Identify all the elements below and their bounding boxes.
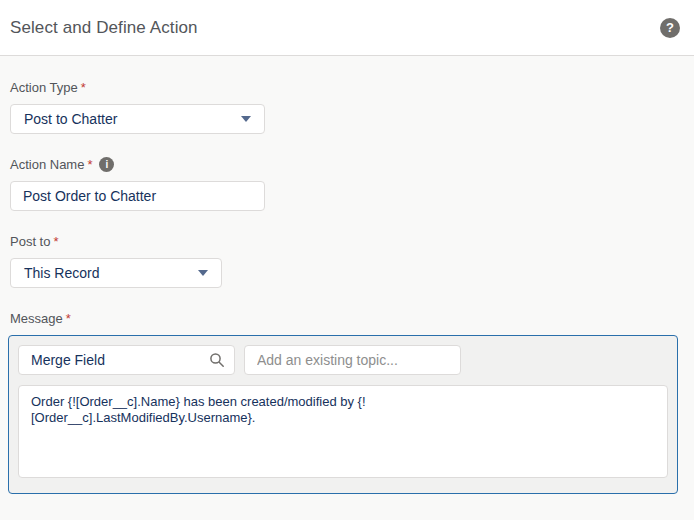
topic-input[interactable] [244, 345, 461, 375]
merge-field-input[interactable] [18, 345, 235, 375]
post-to-label-row: Post to * [10, 234, 684, 249]
chevron-down-icon [198, 270, 208, 276]
page-title: Select and Define Action [10, 18, 198, 38]
panel-content: Action Type * Post to Chatter Action Nam… [0, 80, 694, 494]
info-icon[interactable]: i [99, 157, 114, 172]
message-composer: Order {![Order__c].Name} has been create… [8, 335, 678, 494]
message-label: Message [10, 311, 63, 326]
panel-header: Select and Define Action ? [0, 0, 694, 56]
action-name-label-row: Action Name * i [10, 157, 684, 172]
required-asterisk: * [66, 311, 71, 326]
action-type-selected-value: Post to Chatter [24, 111, 117, 127]
composer-toolbar-row [18, 345, 668, 375]
search-icon[interactable] [209, 352, 225, 368]
chevron-down-icon [241, 116, 251, 122]
message-textarea[interactable]: Order {![Order__c].Name} has been create… [18, 385, 668, 478]
message-label-row: Message * [10, 311, 684, 326]
action-type-label: Action Type [10, 80, 78, 95]
required-asterisk: * [87, 157, 92, 172]
post-to-select[interactable]: This Record [10, 258, 222, 288]
action-name-label: Action Name [10, 157, 84, 172]
action-name-input[interactable] [10, 181, 265, 211]
post-to-selected-value: This Record [24, 265, 99, 281]
help-icon[interactable]: ? [660, 18, 680, 38]
merge-field-search [18, 345, 235, 375]
post-to-label: Post to [10, 234, 50, 249]
select-define-action-panel: Select and Define Action ? Action Type *… [0, 0, 694, 520]
action-type-label-row: Action Type * [10, 80, 684, 95]
action-type-select[interactable]: Post to Chatter [10, 104, 265, 134]
required-asterisk: * [81, 80, 86, 95]
required-asterisk: * [53, 234, 58, 249]
